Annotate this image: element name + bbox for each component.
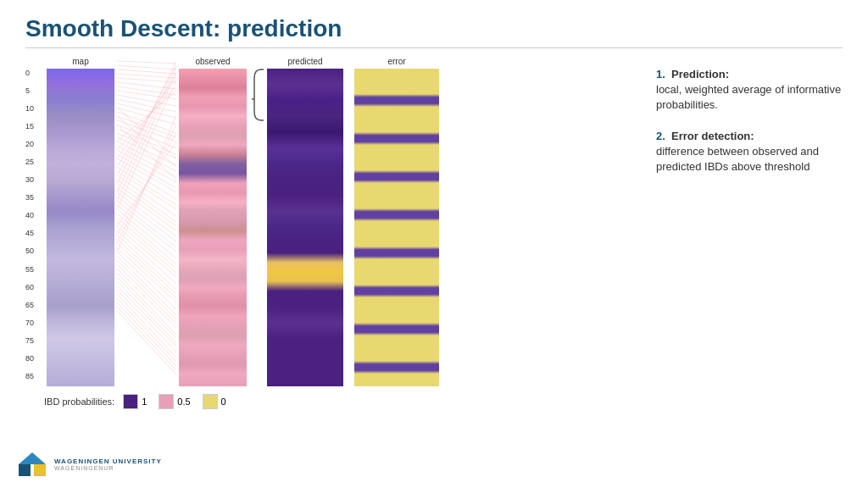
side-panel: 1. Prediction: local, weighted average o…	[639, 57, 843, 190]
legend-prefix: IBD probabilities:	[44, 396, 114, 407]
y-label-55: 55	[25, 265, 44, 274]
predicted-heatmap	[267, 69, 343, 386]
error-detection-label: Error detection:	[671, 130, 754, 142]
content-area: 0 5 10 15 20 25 30 35 40 45 50 55 60 65 …	[25, 57, 843, 387]
slide: Smooth Descent: prediction 0 5 10 15 20 …	[0, 0, 868, 488]
error-column: error	[354, 57, 439, 386]
error-detection-header: 2. Error detection:	[656, 129, 843, 144]
legend-swatch-05	[159, 394, 174, 409]
map-heatmap	[47, 69, 114, 386]
y-label-80: 80	[25, 354, 44, 363]
svg-line-1	[117, 65, 176, 69]
error-label: error	[387, 57, 405, 66]
prediction-number: 1.	[656, 68, 665, 80]
y-label-30: 30	[25, 175, 44, 184]
observed-label: observed	[195, 57, 230, 66]
y-label-65: 65	[25, 301, 44, 309]
svg-line-62	[117, 78, 176, 158]
y-label-15: 15	[25, 122, 44, 130]
svg-line-34	[117, 205, 176, 252]
svg-line-60	[117, 91, 176, 141]
y-label-50: 50	[25, 247, 44, 255]
legend-label-1: 1	[142, 396, 147, 407]
svg-marker-81	[19, 452, 46, 464]
wageningen-logo-icon	[17, 449, 47, 480]
svg-line-7	[117, 91, 176, 99]
legend-swatch-1	[123, 394, 138, 409]
y-label-10: 10	[25, 104, 44, 113]
y-label-25: 25	[25, 158, 44, 166]
y-label-0: 0	[25, 69, 44, 77]
y-label-5: 5	[25, 86, 44, 95]
legend-item-05: 0.5	[159, 394, 190, 409]
svg-line-8	[117, 95, 176, 106]
svg-line-64	[117, 65, 176, 175]
svg-line-36	[117, 214, 176, 264]
svg-line-23	[117, 158, 176, 192]
observed-column: observed	[179, 57, 247, 386]
prediction-text: local, weighted average of informative p…	[656, 82, 843, 113]
logo-text: WAGENINGEN UNIVERSITY WAGENINGENUR	[54, 458, 162, 471]
error-detection-text: difference between observed and predicte…	[656, 144, 843, 175]
svg-rect-80	[34, 464, 46, 476]
error-heatmap	[354, 69, 439, 386]
observed-heatmap	[179, 69, 247, 386]
error-number: 2.	[656, 130, 665, 142]
map-column: map	[47, 57, 114, 386]
map-label: map	[72, 57, 88, 66]
lines-area	[117, 57, 176, 374]
svg-line-3	[117, 74, 176, 78]
y-axis: 0 5 10 15 20 25 30 35 40 45 50 55 60 65 …	[25, 57, 44, 387]
legend-item-1: 1	[123, 394, 147, 409]
y-label-20: 20	[25, 140, 44, 148]
svg-line-65	[117, 61, 176, 184]
y-label-75: 75	[25, 336, 44, 345]
svg-line-19	[117, 141, 176, 171]
bracket-area	[249, 57, 264, 374]
page-title: Smooth Descent: prediction	[25, 15, 843, 48]
svg-rect-79	[19, 464, 31, 476]
svg-line-49	[117, 269, 176, 328]
side-item-prediction: 1. Prediction: local, weighted average o…	[656, 67, 843, 114]
svg-line-0	[117, 61, 176, 64]
y-label-70: 70	[25, 319, 44, 327]
logo-wageningen-name: WAGENINGENUR	[54, 465, 162, 471]
svg-line-2	[117, 69, 176, 74]
legend-swatch-0	[203, 394, 218, 409]
y-label-85: 85	[25, 372, 44, 380]
y-label-45: 45	[25, 229, 44, 237]
svg-line-32	[117, 197, 176, 241]
y-label-35: 35	[25, 193, 44, 202]
y-label-40: 40	[25, 211, 44, 219]
legend-label-05: 0.5	[177, 396, 190, 407]
legend-item-0: 0	[203, 394, 226, 409]
chart-area: 0 5 10 15 20 25 30 35 40 45 50 55 60 65 …	[25, 57, 639, 387]
svg-line-45	[117, 252, 176, 309]
svg-line-24	[117, 163, 176, 199]
logo-area: WAGENINGEN UNIVERSITY WAGENINGENUR	[17, 449, 162, 480]
side-item-error: 2. Error detection: difference between o…	[656, 129, 843, 175]
lines-svg	[117, 57, 176, 374]
y-label-60: 60	[25, 283, 44, 291]
prediction-label: Prediction:	[671, 68, 729, 80]
bracket-svg	[249, 65, 264, 133]
legend-label-0: 0	[221, 396, 226, 407]
prediction-header: 1. Prediction:	[656, 67, 843, 82]
logo-university-name: WAGENINGEN UNIVERSITY	[54, 458, 162, 465]
predicted-column: predicted	[267, 57, 343, 386]
svg-line-40	[117, 230, 176, 284]
legend-area: IBD probabilities: 1 0.5 0	[44, 394, 843, 409]
predicted-label: predicted	[287, 57, 322, 66]
